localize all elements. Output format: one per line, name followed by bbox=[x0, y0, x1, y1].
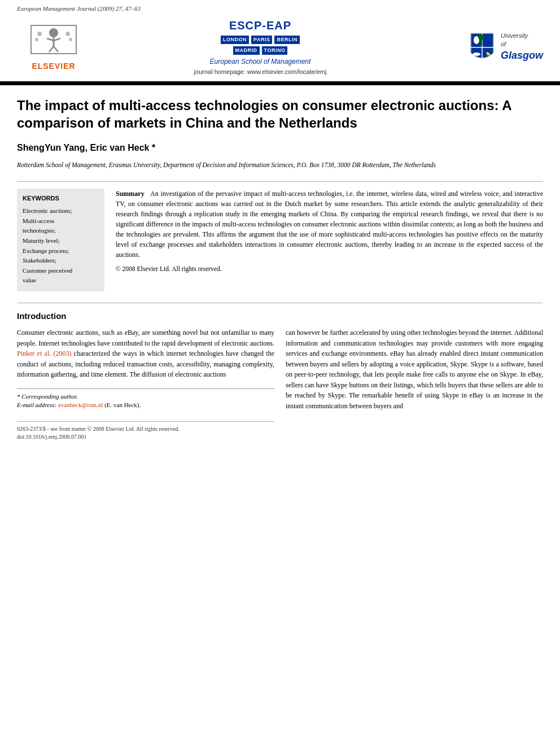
elsevier-logo: ELSEVIER bbox=[17, 23, 90, 72]
email-link[interactable]: evanheck@rsm.nl bbox=[58, 401, 103, 408]
keywords-box: KEYWORDS Electronic auctions; Multi-acce… bbox=[17, 189, 104, 291]
divider-1 bbox=[17, 181, 543, 182]
page: European Management Journal (2009) 27, 4… bbox=[0, 0, 560, 747]
keyword-3: technologies; bbox=[23, 227, 56, 234]
glasgow-shield-icon bbox=[468, 30, 496, 64]
city-madrid: MADRID bbox=[233, 46, 260, 55]
escp-title: ESCP-EAP bbox=[90, 18, 430, 33]
elsevier-brand-text: ELSEVIER bbox=[32, 61, 75, 72]
escp-subtitle: European School of Management bbox=[90, 57, 430, 67]
authors: ShengYun Yang, Eric van Heck * bbox=[17, 142, 543, 154]
keyword-4: Maturity level; bbox=[23, 237, 60, 244]
escp-cities-2: MADRID TORINO bbox=[90, 46, 430, 55]
elsevier-logo-image bbox=[25, 23, 82, 59]
svg-line-3 bbox=[47, 38, 54, 41]
introduction-title: Introduction bbox=[17, 310, 543, 322]
svg-point-8 bbox=[35, 38, 38, 41]
email-label: E-mail address: bbox=[17, 401, 56, 408]
introduction-columns: Consumer electronic auctions, such as eB… bbox=[17, 327, 543, 441]
abstract-section: KEYWORDS Electronic auctions; Multi-acce… bbox=[17, 189, 543, 291]
glasgow-name: Glasgow bbox=[501, 49, 543, 63]
city-berlin: BERLIN bbox=[274, 36, 300, 44]
svg-point-16 bbox=[473, 53, 480, 56]
svg-point-7 bbox=[37, 32, 42, 36]
copyright-text: © 2008 Elsevier Ltd. All rights reserved… bbox=[116, 264, 543, 273]
email-address: E-mail address: evanheck@rsm.nl (E. van … bbox=[17, 401, 274, 409]
keyword-5: Exchange process; bbox=[23, 247, 69, 254]
escp-logo: ESCP-EAP LONDON PARIS BERLIN MADRID TORI… bbox=[90, 18, 430, 76]
doi-line: doi:10.1016/j.emj.2008.07.001 bbox=[17, 433, 274, 441]
glasgow-text: University of Glasgow bbox=[501, 32, 543, 63]
keyword-6: Stakeholders; bbox=[23, 257, 56, 264]
city-torino: TORINO bbox=[262, 46, 288, 55]
svg-point-1 bbox=[49, 28, 58, 37]
svg-point-10 bbox=[69, 38, 72, 41]
svg-point-15 bbox=[478, 34, 484, 40]
city-london: LONDON bbox=[221, 36, 249, 44]
svg-point-9 bbox=[65, 32, 70, 36]
keyword-7: Customer perceived bbox=[23, 267, 72, 274]
keyword-1: Electronic auctions; bbox=[23, 207, 72, 214]
footnote-area: * Corresponding author. E-mail address: … bbox=[17, 388, 274, 410]
keyword-8: value bbox=[23, 277, 36, 283]
svg-line-6 bbox=[54, 46, 58, 52]
journal-line: European Management Journal (2009) 27, 4… bbox=[17, 5, 543, 13]
article-title: The impact of multi-access technologies … bbox=[17, 97, 543, 132]
glasgow-university: University bbox=[501, 32, 543, 40]
svg-line-5 bbox=[49, 46, 54, 52]
abstract-body: An investigation of the pervasive impact… bbox=[116, 190, 543, 259]
affiliation: Rotterdam School of Management, Erasmus … bbox=[17, 160, 543, 170]
col-right: can however be further accelerated by us… bbox=[286, 327, 543, 441]
intro-para-right: can however be further accelerated by us… bbox=[286, 327, 543, 412]
col-left: Consumer electronic auctions, such as eB… bbox=[17, 327, 274, 441]
pinker-link[interactable]: Pinker et al. (2003) bbox=[17, 350, 72, 357]
email-suffix: (E. van Heck). bbox=[104, 401, 141, 408]
city-paris: PARIS bbox=[251, 36, 272, 44]
corresponding-author-note: * Corresponding author. bbox=[17, 392, 274, 401]
glasgow-of: of bbox=[501, 40, 543, 49]
authors-text: ShengYun Yang, Eric van Heck * bbox=[17, 143, 155, 152]
header: European Management Journal (2009) 27, 4… bbox=[0, 0, 560, 82]
glasgow-logo: University of Glasgow bbox=[430, 30, 543, 64]
journal-homepage: journal homepage: www.elsevier.com/locat… bbox=[90, 68, 430, 76]
abstract-text: Summary An investigation of the pervasiv… bbox=[116, 189, 543, 260]
issn-line: 0263-2373/$ - see front matter © 2008 El… bbox=[17, 425, 274, 433]
summary-label: Summary bbox=[116, 190, 145, 198]
escp-cities: LONDON PARIS BERLIN bbox=[90, 36, 430, 44]
bottom-bar: 0263-2373/$ - see front matter © 2008 El… bbox=[17, 421, 274, 441]
keywords-list: Electronic auctions; Multi-access techno… bbox=[23, 206, 99, 286]
abstract-content: Summary An investigation of the pervasiv… bbox=[116, 189, 543, 291]
main-content: The impact of multi-access technologies … bbox=[0, 85, 560, 452]
keyword-2: Multi-access bbox=[23, 217, 54, 224]
header-logos: ELSEVIER ESCP-EAP LONDON PARIS BERLIN MA… bbox=[17, 18, 543, 81]
divider-2 bbox=[17, 303, 543, 303]
intro-para-left: Consumer electronic auctions, such as eB… bbox=[17, 327, 274, 380]
svg-line-4 bbox=[54, 38, 60, 41]
keywords-title: KEYWORDS bbox=[23, 194, 99, 203]
